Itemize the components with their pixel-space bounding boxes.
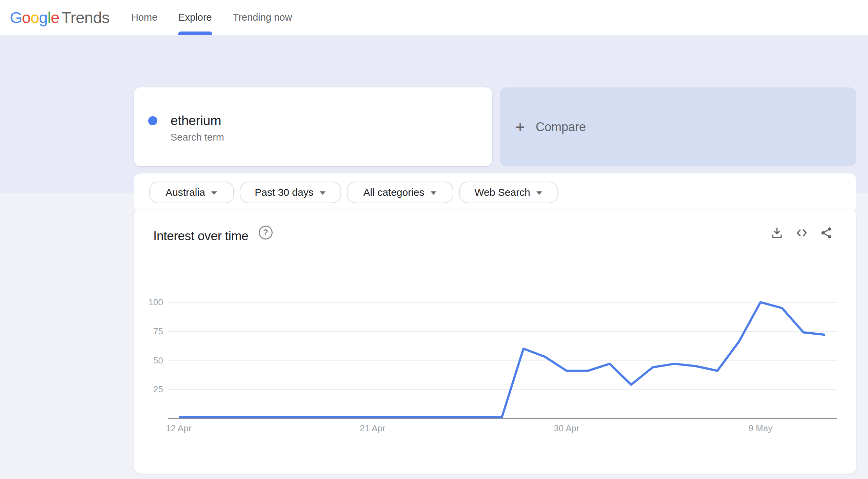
- filter-bar: Australia Past 30 days All categories We…: [134, 173, 856, 212]
- search-term-value: etherium: [171, 113, 224, 128]
- main-nav: Home Explore Trending now: [131, 0, 292, 35]
- svg-text:50: 50: [153, 355, 163, 366]
- geo-filter-dropdown[interactable]: Australia: [149, 182, 234, 203]
- category-filter-dropdown[interactable]: All categories: [347, 182, 453, 203]
- google-logo-brand: Google: [10, 8, 59, 27]
- interest-over-time-card: Interest over time ? 25507510012 Apr21 A…: [134, 209, 856, 474]
- svg-text:100: 100: [149, 297, 163, 307]
- active-tab-underline: [178, 32, 212, 35]
- svg-text:12 Apr: 12 Apr: [166, 423, 192, 433]
- category-filter-value: All categories: [363, 187, 424, 198]
- plus-icon: +: [515, 119, 525, 135]
- nav-tab-home[interactable]: Home: [131, 0, 157, 35]
- series-color-dot: [148, 116, 157, 125]
- chevron-down-icon: [536, 191, 543, 195]
- svg-text:25: 25: [153, 384, 163, 394]
- app-header: Google Trends Home Explore Trending now: [0, 0, 868, 35]
- google-logo-suffix: Trends: [62, 8, 110, 27]
- svg-text:9 May: 9 May: [748, 423, 772, 433]
- svg-text:21 Apr: 21 Apr: [360, 423, 386, 433]
- compare-add-card[interactable]: + Compare: [500, 87, 856, 166]
- nav-tab-trending-now[interactable]: Trending now: [233, 0, 292, 35]
- google-trends-logo[interactable]: Google Trends: [10, 0, 110, 35]
- search-type-filter-dropdown[interactable]: Web Search: [459, 182, 558, 203]
- chevron-down-icon: [319, 191, 326, 195]
- search-type-filter-value: Web Search: [474, 187, 530, 198]
- time-range-filter-dropdown[interactable]: Past 30 days: [240, 182, 341, 203]
- svg-text:30 Apr: 30 Apr: [554, 423, 579, 433]
- search-term-type-label: Search term: [171, 132, 224, 143]
- filter-pills: Australia Past 30 days All categories We…: [149, 182, 558, 203]
- compare-label: Compare: [536, 120, 586, 134]
- google-trends-explore-page: { "page": { "header_bg": "#ffffff", "her…: [0, 0, 868, 479]
- search-term-text: etherium Search term: [171, 113, 224, 143]
- geo-filter-value: Australia: [165, 187, 205, 198]
- svg-text:75: 75: [153, 326, 163, 336]
- nav-tab-trending-now-label: Trending now: [233, 12, 292, 23]
- interest-over-time-chart: 25507510012 Apr21 Apr30 Apr9 May: [134, 209, 856, 474]
- nav-tab-explore-label: Explore: [178, 12, 212, 23]
- nav-tab-home-label: Home: [131, 12, 157, 23]
- chevron-down-icon: [211, 191, 218, 195]
- query-section: etherium Search term + Compare Australia…: [0, 35, 868, 193]
- time-range-filter-value: Past 30 days: [255, 187, 313, 198]
- nav-tab-explore[interactable]: Explore: [178, 0, 212, 35]
- chevron-down-icon: [430, 191, 437, 195]
